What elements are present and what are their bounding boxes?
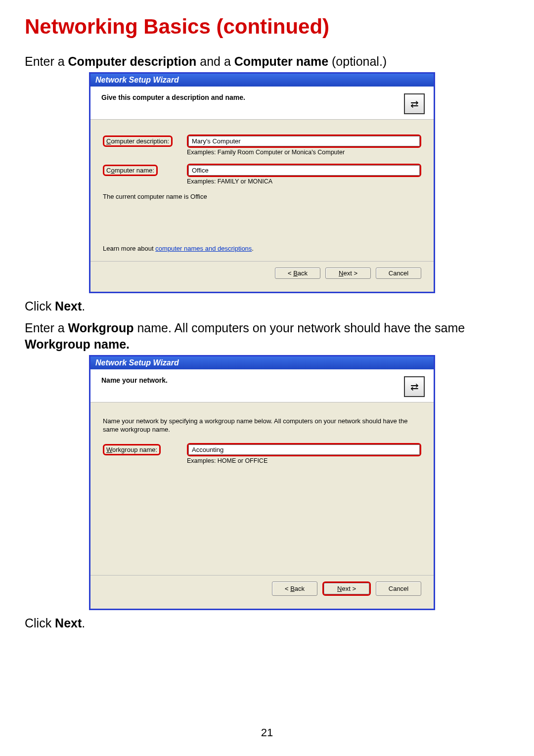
button-row: < Back Next > Cancel [103,581,421,599]
text: . [82,299,85,313]
divider [90,261,434,262]
input-highlight [187,134,421,148]
learn-more-link[interactable]: computer names and descriptions [155,245,252,252]
label-highlight: Computer name: [103,165,158,176]
divider [90,575,434,576]
example-name: Examples: FAMILY or MONICA [187,178,421,185]
text: omputer description: [111,137,169,145]
cancel-button[interactable]: Cancel [376,581,421,596]
instruction-2: Enter a Workgroup name. All computers on… [25,320,509,354]
mnemonic: N [337,585,342,592]
computer-name-input[interactable] [188,165,420,176]
text-bold: Next [55,299,82,313]
dialog-body: Computer description: Examples: Family R… [90,120,434,292]
next-button-highlight: Next > [322,581,371,596]
instruction-click-next-1: Click Next. [25,298,509,315]
text: ack [298,269,308,277]
mnemonic: o [111,167,114,174]
instruction-click-next-2: Click Next. [25,615,509,632]
instruction-1: Enter a Computer description and a Compu… [25,53,509,70]
example-workgroup: Examples: HOME or OFFICE [187,457,421,464]
dialog-header: Give this computer a description and nam… [90,87,434,120]
learn-more-line: Learn more about computer names and desc… [103,245,421,252]
input-highlight [187,443,421,456]
mnemonic: B [293,269,298,277]
row-computer-description: Computer description: [103,134,421,148]
network-icon: ⇄ [404,376,425,397]
text: < [288,269,293,277]
text: . [82,616,85,630]
text: Enter a [25,321,68,335]
label-computer-name: Computer name: [103,165,187,176]
next-button[interactable]: Next > [324,583,369,594]
text: C [106,167,111,174]
text-bold: Workgroup name. [25,337,130,351]
next-button[interactable]: Next > [325,267,371,279]
example-description: Examples: Family Room Computer or Monica… [187,149,421,156]
text: Enter a [25,54,68,68]
page-title: Networking Basics (continued) [25,15,509,39]
page-number: 21 [0,726,534,739]
current-name-text: The current computer name is Office [103,193,421,200]
text: ack [295,585,305,592]
dialog-titlebar: Network Setup Wizard [90,356,434,369]
wizard-dialog-description: Network Setup Wizard Give this computer … [89,72,435,293]
text: mputer name: [115,167,154,174]
mnemonic: C [106,137,111,145]
dialog-header-text: Name your network. [101,376,168,384]
text: ext > [343,269,357,277]
label-highlight: Computer description: [103,135,173,147]
mnemonic: W [106,446,112,453]
text: orkgroup name: [112,446,157,453]
label-computer-description: Computer description: [103,135,187,147]
computer-description-input[interactable] [188,136,420,146]
input-highlight [187,164,421,177]
dialog-header-text: Give this computer a description and nam… [101,93,245,101]
dialog-titlebar: Network Setup Wizard [90,74,434,87]
row-computer-name: Computer name: [103,164,421,177]
text-bold: Next [55,616,82,630]
row-workgroup-name: Workgroup name: [103,443,421,456]
label-highlight: Workgroup name: [103,444,161,455]
spacer [103,472,421,566]
dialog-header: Name your network. ⇄ [90,369,434,402]
mnemonic: N [339,269,343,277]
back-button[interactable]: < Back [275,267,320,279]
workgroup-intro-text: Name your network by specifying a workgr… [103,417,421,434]
mnemonic: B [290,585,295,592]
text: ext > [342,585,356,592]
text: Learn more about [103,245,155,252]
text: Click [25,299,55,313]
text-bold: Computer name [234,54,328,68]
workgroup-name-input[interactable] [188,445,420,455]
button-row: < Back Next > Cancel [103,267,421,282]
text-bold: Workgroup [68,321,134,335]
text: Click [25,616,55,630]
network-icon: ⇄ [404,93,425,114]
dialog-body: Name your network by specifying a workgr… [90,402,434,609]
text: (optional.) [328,54,387,68]
text: < [285,585,290,592]
wizard-dialog-workgroup: Network Setup Wizard Name your network. … [89,355,435,610]
cancel-button[interactable]: Cancel [376,267,421,279]
text: and a [196,54,234,68]
text: name. All computers on your network shou… [134,321,465,335]
text: . [252,245,254,252]
back-button[interactable]: < Back [272,581,317,596]
text-bold: Computer description [68,54,197,68]
label-workgroup-name: Workgroup name: [103,444,187,455]
